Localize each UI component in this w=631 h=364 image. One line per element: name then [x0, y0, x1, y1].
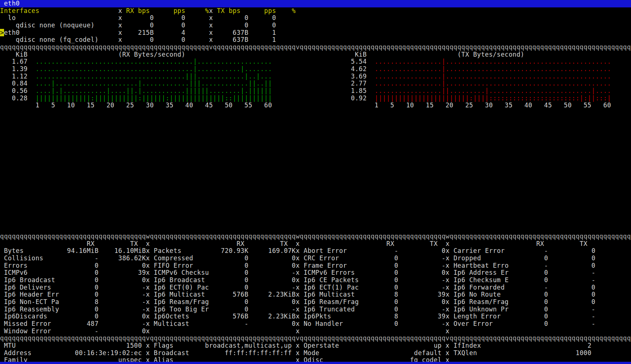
stat-rx-value: - — [394, 247, 399, 254]
stats-row: Ip6 Broadcast 0 0x Ip6 Broadcast 0 0x Ip… — [0, 277, 631, 284]
stat-label: Ip6 Reassembly — [4, 305, 59, 313]
stat-tx-value: - — [591, 305, 595, 313]
detail-value: 1500 — [126, 342, 142, 349]
stat-label: Abort Error — [304, 247, 347, 254]
tx-bps-value: 0 — [244, 21, 248, 29]
column-separator: x — [146, 291, 150, 298]
interface-row-lo[interactable]: lo x 0 0 x 0 0 — [0, 14, 631, 22]
stat-label: Ip6 Multicast — [154, 291, 205, 298]
stat-label: Ip6 CE Packets — [304, 276, 359, 284]
tx-graph-data: .................||.........|...........… — [374, 87, 611, 94]
stat-label: Ip6 Reasm/Frag — [154, 298, 209, 305]
tx-graph-row: 4.62 .................|.................… — [0, 66, 631, 73]
stat-label: Ip6 Address Er — [453, 269, 509, 276]
stat-label: Carrier Error — [453, 247, 505, 254]
column-separator: x — [296, 313, 300, 320]
stat-rx-value: 0 — [95, 269, 99, 276]
stat-tx-value: 39 — [138, 269, 146, 276]
column-separator: x — [146, 276, 150, 284]
stat-rx-value: - — [544, 284, 548, 291]
stats-row: Missed Error 487 -x Multicast - 0x No Ha… — [0, 320, 631, 328]
stat-label: Bytes — [4, 247, 24, 254]
column-separator: x — [446, 284, 450, 291]
stat-label: Dropped — [453, 254, 481, 262]
stat-tx-value: 0 — [142, 262, 146, 269]
stat-tx-value: - — [142, 320, 146, 327]
detail-label: Operstate — [304, 342, 339, 349]
column-separator: x — [446, 291, 450, 298]
stat-tx-value: 2.23KiB — [268, 291, 295, 298]
tx-graph-data: ||||||||||||||||||||||||:||||:::::::::::… — [374, 94, 611, 102]
stat-tx-value: 0 — [442, 298, 446, 305]
stat-tx-value: 0 — [292, 254, 296, 262]
stat-label: Multicast — [154, 320, 189, 327]
stat-tx-value: 0 — [142, 276, 146, 284]
detail-label: MTU — [4, 342, 16, 349]
stat-label: ICMPv6 Checksu — [154, 269, 209, 276]
stat-tx-value: 0 — [591, 284, 595, 291]
rx-pps-value: 0 — [181, 21, 185, 29]
column-separator: x — [296, 276, 300, 284]
detail-value: 1000 — [576, 349, 592, 357]
stat-rx-value: 0 — [244, 254, 248, 262]
tx-graph-data: .................|......................… — [374, 58, 611, 65]
column-separator: x — [446, 349, 450, 357]
stats-row: ICMPv6 0 39x ICMPv6 Checksu 0 -x ICMPv6 … — [0, 269, 631, 277]
rx-bps-value: 215B — [138, 29, 154, 36]
stat-tx-value: - — [442, 262, 446, 269]
stat-label: Length Error — [453, 313, 501, 320]
stat-label: ICMPv6 Errors — [304, 269, 355, 276]
stat-tx-value: - — [292, 305, 296, 313]
stat-tx-value: - — [442, 276, 446, 284]
stats-row: Ip6Discards 0 0x Ip6Octets 576B 2.23KiBx… — [0, 313, 631, 320]
tx-graph-row: 1.85 .................||.........|......… — [0, 87, 631, 95]
tx-pps-value: 0 — [272, 21, 276, 29]
column-separator: x — [146, 313, 150, 320]
rx-pps-value: 4 — [181, 29, 185, 36]
interface-row-eth0[interactable]: >eth0 x 215B 4 x 637B 1 — [0, 29, 631, 37]
stat-tx-value: 0 — [292, 276, 296, 284]
interface-row-qdisc-none-noqueue-[interactable]: qdisc none (noqueue) x 0 0 x 0 0 — [0, 22, 631, 29]
column-separator: x — [296, 298, 300, 305]
stat-label: Ip6 No Route — [453, 291, 501, 298]
stat-rx-value: 0 — [544, 269, 548, 276]
stat-tx-value: - — [442, 305, 446, 313]
stats-tx-header: TX — [579, 240, 587, 247]
column-separator: x — [146, 284, 150, 291]
stat-label: Errors — [4, 262, 28, 269]
stat-rx-value: 0 — [244, 276, 248, 284]
stat-tx-value: - — [292, 284, 296, 291]
rx-pps-value: 0 — [181, 36, 185, 43]
stat-rx-value: 0 — [394, 298, 399, 305]
stat-label: Ip6 Header Err — [4, 291, 59, 298]
stat-tx-value: - — [292, 269, 296, 276]
stat-tx-value: - — [442, 284, 446, 291]
stat-tx-value: - — [142, 284, 146, 291]
stat-rx-value: 0 — [95, 305, 99, 313]
column-separator: x — [146, 342, 150, 349]
tx-graph-data: .................|......................… — [374, 65, 611, 73]
column-separator: x — [446, 298, 450, 305]
column-separator: x — [446, 254, 450, 262]
interface-row-qdisc-none-fq-codel-[interactable]: qdisc none (fq_codel) x 0 0 x 637B 1 — [0, 36, 631, 44]
stat-tx-value: 169.07K — [268, 247, 295, 254]
stat-rx-value: 0 — [244, 305, 248, 313]
stat-label: Ip6 ECT(0) Pac — [154, 284, 209, 291]
tx-graph-row: 0.92 ||||||||||||||||||||||||:||||::::::… — [0, 95, 631, 102]
border-row: qqqqqqqqqqqqqqqqqqqqqqqqqqqqqqqqqqqqqwqq… — [0, 233, 631, 240]
stat-rx-value: 0 — [544, 291, 548, 298]
stats-tx-header: TX — [130, 240, 138, 247]
column-separator: x — [118, 7, 122, 14]
tx-ytick: 1.85 — [351, 87, 367, 94]
column-separator: x — [146, 247, 150, 254]
stats-row: Ip6 Non-ECT Pa 8 -x Ip6 Reasm/Frag 0 0x … — [0, 298, 631, 306]
stat-tx-value: 39 — [438, 291, 446, 298]
stat-label: Collisions — [4, 254, 43, 262]
stats-rx-header: RX — [237, 240, 244, 247]
selection-cursor: > — [0, 29, 4, 36]
tx-bps-value: 0 — [244, 14, 248, 21]
detail-value: ff:ff:ff:ff:ff:ff — [225, 349, 292, 357]
stats-row: Ip6 Header Err 0 -x Ip6 Multicast 576B 2… — [0, 291, 631, 298]
details-row: Address 00:16:3e:19:02:ec x Broadcast ff… — [0, 350, 631, 357]
column-separator: x — [296, 327, 300, 335]
